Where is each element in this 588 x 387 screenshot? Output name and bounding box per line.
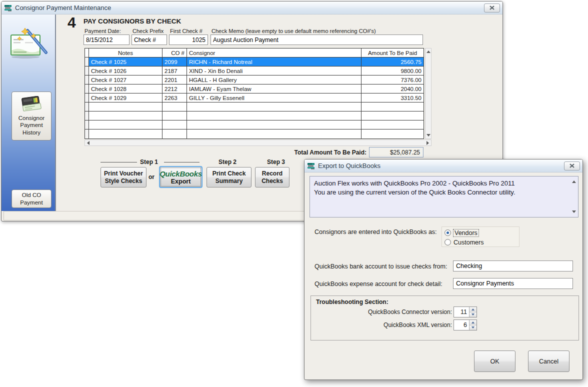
table-row[interactable]: Check # 1028 2212 IAMLAW - Eyam Thelaw 2…: [85, 84, 424, 94]
first-check-label: First Check #: [170, 28, 202, 34]
quickbooks-export-label: Export: [171, 178, 191, 185]
table-header-row: Notes CO # Consignor Amount To Be Paid: [85, 48, 424, 58]
bank-account-input[interactable]: [453, 260, 573, 272]
connector-version-value: 11: [454, 307, 469, 317]
sidebar: Consignor Payment History Old CO Payment: [2, 14, 56, 211]
cancel-button[interactable]: Cancel: [528, 350, 570, 372]
close-icon: [490, 6, 494, 10]
check-wand-icon: [10, 26, 48, 60]
total-amount-value: $25,087.25: [369, 147, 424, 158]
amount-cell: 2560.75: [362, 58, 424, 66]
dialog-close-button[interactable]: [564, 162, 580, 170]
export-to-quickbooks-dialog: Export to QuickBooks Auction Flex works …: [304, 159, 583, 380]
consignor-table: Notes CO # Consignor Amount To Be Paid C…: [84, 48, 424, 139]
vendors-radio-button[interactable]: [444, 230, 451, 236]
step1-line-right: [164, 162, 200, 162]
app-icon: [4, 4, 12, 12]
record-checks-button[interactable]: Record Checks: [255, 167, 290, 188]
table-row-empty[interactable]: [85, 120, 424, 130]
xml-version-label: QuickBooks XML version:: [335, 322, 452, 328]
table-row-empty[interactable]: [85, 130, 424, 138]
customers-radio-option[interactable]: Customers: [444, 238, 519, 247]
xml-spin-up[interactable]: [470, 320, 476, 326]
step1-label: Step 1: [140, 158, 158, 166]
scroll-right-arrow[interactable]: [425, 140, 430, 146]
table-vertical-scrollbar[interactable]: [425, 48, 432, 139]
notes-cell: Check # 1028: [89, 84, 162, 93]
table-row[interactable]: Check # 1027 2201 HGALL - H Gallery 7376…: [85, 76, 424, 84]
check-prefix-label: Check Prefix: [132, 28, 164, 34]
notes-cell: Check # 1027: [89, 76, 162, 84]
connector-spin-up[interactable]: [470, 307, 476, 312]
table-horizontal-scrollbar[interactable]: [84, 140, 432, 146]
payment-date-input[interactable]: [84, 34, 130, 45]
connector-version-label: QuickBooks Connector version:: [335, 308, 452, 316]
info-scroll-up-arrow[interactable]: [571, 179, 576, 184]
table-row[interactable]: Check # 1026 2187 XIND - Xin Bo Denali 9…: [85, 66, 424, 76]
check-memo-label: Check Memo (leave empty to use default m…: [212, 28, 376, 34]
table-row[interactable]: Check # 1025 2099 RICHN - Richard Notrea…: [85, 58, 424, 66]
amount-cell: 9800.00: [362, 66, 424, 75]
customers-radio-label: Customers: [454, 239, 484, 246]
co-number-cell: 2187: [162, 66, 187, 75]
troubleshooting-title: Troubleshooting Section:: [316, 298, 388, 306]
expense-account-input[interactable]: [453, 278, 573, 289]
xml-spin-down[interactable]: [470, 326, 476, 330]
table-row-empty[interactable]: [85, 112, 424, 120]
consignor-type-radio-group: Vendors Customers: [442, 226, 520, 247]
scroll-up-arrow[interactable]: [426, 49, 431, 54]
consignor-cell: IAMLAW - Eyam Thelaw: [187, 84, 362, 93]
main-close-button[interactable]: [484, 4, 500, 12]
print-voucher-checks-button[interactable]: Print Voucher Style Checks: [100, 167, 146, 188]
first-check-input[interactable]: [169, 34, 208, 45]
bank-account-label: QuickBooks bank account to issue checks …: [314, 263, 447, 270]
vendors-radio-option[interactable]: Vendors: [444, 228, 519, 238]
history-button-label: Consignor Payment History: [12, 114, 51, 136]
customers-radio-button[interactable]: [444, 239, 451, 246]
ok-button[interactable]: OK: [474, 350, 516, 372]
print-check-summary-button[interactable]: Print Check Summary: [206, 167, 252, 188]
co-number-cell: 2099: [162, 58, 187, 66]
step3-label: Step 3: [267, 158, 285, 166]
info-line-1: Auction Flex works with QuickBooks Pro 2…: [314, 179, 567, 188]
scroll-down-arrow[interactable]: [426, 132, 431, 138]
amount-cell: 2040.00: [362, 84, 424, 93]
checkbook-icon: [21, 96, 42, 113]
main-window-titlebar[interactable]: Consignor Payment Maintenance: [2, 2, 502, 14]
consignor-type-label: Consignors are entered into QuickBooks a…: [314, 228, 437, 236]
consignor-cell: XIND - Xin Bo Denali: [187, 66, 362, 75]
table-row-empty[interactable]: [85, 102, 424, 112]
info-scroll-down-arrow[interactable]: [571, 209, 576, 214]
or-label: or: [148, 174, 154, 180]
amount-cell: 7376.00: [362, 76, 424, 84]
check-prefix-input[interactable]: [132, 34, 167, 45]
xml-version-spinner[interactable]: 6: [454, 320, 477, 330]
old-co-button-label: Old CO Payment: [12, 192, 51, 206]
row-indicator-header: [85, 48, 89, 57]
app-icon: [307, 162, 315, 170]
column-header-co[interactable]: CO #: [162, 48, 187, 57]
check-memo-input[interactable]: [210, 34, 423, 45]
column-header-notes[interactable]: Notes: [89, 48, 162, 57]
notes-cell: Check # 1029: [89, 94, 162, 102]
consignor-payment-history-button[interactable]: Consignor Payment History: [12, 92, 52, 140]
vendors-radio-label: Vendors: [454, 230, 478, 236]
quickbooks-export-button[interactable]: QuickBooks Export: [159, 166, 202, 188]
troubleshooting-section: Troubleshooting Section: QuickBooks Conn…: [310, 296, 579, 340]
column-header-amount[interactable]: Amount To Be Paid: [362, 48, 424, 57]
consignor-cell: GILLY - Gilly Essenell: [187, 94, 362, 102]
old-co-payment-button[interactable]: Old CO Payment: [12, 190, 52, 208]
scroll-left-arrow[interactable]: [86, 140, 91, 146]
connector-spin-down[interactable]: [470, 312, 476, 318]
co-number-cell: 2212: [162, 84, 187, 93]
consignor-cell: HGALL - H Gallery: [187, 76, 362, 84]
connector-version-spinner[interactable]: 11: [454, 306, 477, 318]
payment-date-label: Payment Date:: [84, 28, 121, 34]
consignor-cell: RICHN - Richard Notreal: [187, 58, 362, 66]
dialog-titlebar[interactable]: Export to QuickBooks: [304, 160, 582, 172]
xml-version-value: 6: [454, 320, 469, 330]
total-amount-label: Total Amount To Be Paid:: [284, 149, 366, 156]
step1-line-left: [100, 162, 137, 162]
table-row[interactable]: Check # 1029 2263 GILLY - Gilly Essenell…: [85, 94, 424, 102]
column-header-consignor[interactable]: Consignor: [187, 48, 362, 57]
